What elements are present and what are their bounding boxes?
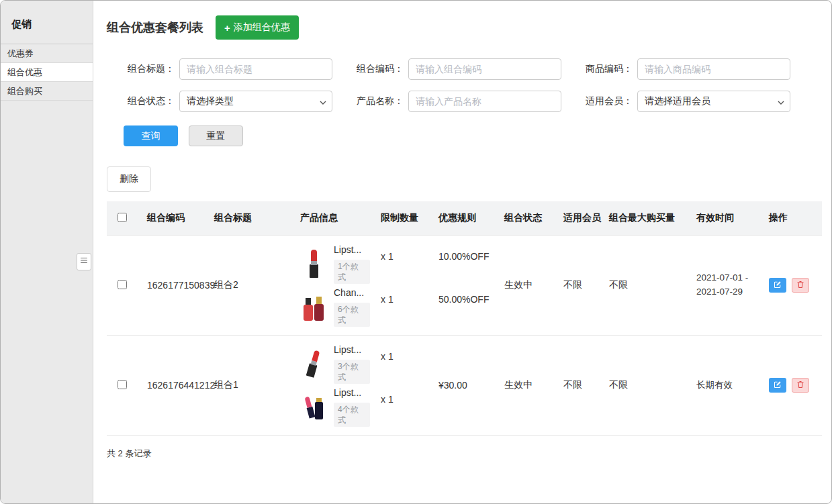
product-image-cosmetics-set bbox=[300, 389, 327, 425]
combo-status-select-value: 请选择类型 bbox=[187, 95, 234, 107]
combo-status-label: 组合状态： bbox=[124, 95, 175, 107]
combo-title-input[interactable] bbox=[179, 58, 332, 80]
table-toolbar: 删除 bbox=[107, 166, 821, 192]
valid-time-line1: 长期有效 bbox=[696, 379, 758, 393]
combo-status-cell: 生效中 bbox=[499, 236, 558, 336]
delete-selected-button[interactable]: 删除 bbox=[107, 166, 151, 192]
add-combo-discount-button[interactable]: + 添加组合优惠 bbox=[216, 15, 299, 40]
limit-qty: x 1 bbox=[381, 342, 428, 385]
style-count-tag: 4个款式 bbox=[334, 403, 370, 427]
header-limit-qty: 限制数量 bbox=[375, 201, 433, 236]
select-all-checkbox[interactable] bbox=[118, 213, 127, 222]
max-purchase-cell: 不限 bbox=[604, 336, 691, 436]
combo-code-cell: 1626176441212 bbox=[142, 336, 209, 436]
sidebar-item-combo-discount[interactable]: 组合优惠 bbox=[1, 63, 93, 82]
product-code-input[interactable] bbox=[637, 58, 790, 80]
actions-cell bbox=[764, 336, 822, 436]
limit-qty-cell: x 1 x 1 bbox=[375, 236, 433, 336]
style-count-tag: 1个款式 bbox=[334, 260, 370, 284]
table-header-row: 组合编码 组合标题 产品信息 限制数量 优惠规则 组合状态 适用会员 组合最大购… bbox=[107, 201, 822, 236]
record-count: 共 2 条记录 bbox=[107, 448, 821, 480]
actions-cell bbox=[764, 236, 822, 336]
member-type-select-value: 请选择适用会员 bbox=[645, 95, 710, 107]
product-code-label: 商品编码： bbox=[582, 63, 633, 75]
filter-grid: 组合标题： 组合编码： 商品编码： 组合状态： 请选择类型 bbox=[124, 58, 821, 112]
trash-icon bbox=[796, 381, 804, 391]
combo-status-select[interactable]: 请选择类型 bbox=[179, 91, 332, 112]
member-cell: 不限 bbox=[558, 336, 604, 436]
field-product-name: 产品名称： bbox=[353, 91, 561, 112]
table-row: 1626176441212 组合1 bbox=[107, 336, 822, 436]
add-button-label: 添加组合优惠 bbox=[234, 21, 290, 34]
product-name: Chan... bbox=[334, 287, 370, 299]
product-name: Lipst... bbox=[334, 387, 370, 399]
search-button[interactable]: 查询 bbox=[124, 125, 178, 146]
header-discount-rule: 优惠规则 bbox=[433, 201, 499, 236]
header-combo-title: 组合标题 bbox=[209, 201, 295, 236]
valid-time-cell: 长期有效 bbox=[691, 336, 764, 436]
discount-rule: 50.00%OFF bbox=[438, 285, 494, 328]
row-checkbox[interactable] bbox=[118, 280, 127, 289]
limit-qty: x 1 bbox=[381, 385, 428, 428]
member-type-label: 适用会员： bbox=[582, 95, 633, 107]
chevron-down-icon bbox=[778, 96, 784, 107]
row-checkbox[interactable] bbox=[118, 380, 127, 389]
field-combo-title: 组合标题： bbox=[124, 58, 332, 80]
row-delete-button[interactable] bbox=[792, 278, 809, 293]
product-entry: Lipst... 1个款式 bbox=[300, 242, 370, 285]
discount-rule-cell: 10.00%OFF 50.00%OFF bbox=[433, 236, 499, 336]
combo-status-cell: 生效中 bbox=[499, 336, 558, 436]
limit-qty-cell: x 1 x 1 bbox=[375, 336, 433, 436]
reset-button[interactable]: 重置 bbox=[189, 125, 243, 146]
plus-icon: + bbox=[224, 23, 230, 33]
member-cell: 不限 bbox=[558, 236, 604, 336]
edit-pencil-icon bbox=[774, 381, 782, 391]
field-combo-status: 组合状态： 请选择类型 bbox=[124, 91, 332, 112]
product-image-lipstick-tilted bbox=[300, 346, 327, 382]
header-actions: 操作 bbox=[764, 201, 822, 236]
edit-button[interactable] bbox=[769, 378, 786, 393]
valid-time-line1: 2021-07-01 - bbox=[696, 271, 758, 285]
product-entry: Chan... 6个款式 bbox=[300, 285, 370, 328]
edit-pencil-icon bbox=[774, 281, 782, 291]
sidebar-collapse-toggle[interactable] bbox=[77, 253, 91, 270]
menu-fold-icon bbox=[79, 256, 89, 268]
combo-title-label: 组合标题： bbox=[124, 63, 175, 75]
valid-time-line2: 2021-07-29 bbox=[696, 285, 758, 299]
header-combo-status: 组合状态 bbox=[499, 201, 558, 236]
product-info-cell: Lipst... 3个款式 bbox=[295, 336, 375, 436]
combo-code-cell: 1626177150839 bbox=[142, 236, 209, 336]
app-window: 促销 优惠券 组合优惠 组合购买 组合优惠套餐列表 + 添加组合优惠 组合标题： bbox=[0, 0, 832, 504]
sidebar-item-combo-purchase[interactable]: 组合购买 bbox=[1, 82, 93, 101]
combo-code-input[interactable] bbox=[408, 58, 561, 80]
product-name: Lipst... bbox=[334, 244, 370, 256]
header-product-info: 产品信息 bbox=[295, 201, 375, 236]
combo-title-cell: 组合1 bbox=[209, 336, 295, 436]
combo-title-cell: 组合2 bbox=[209, 236, 295, 336]
page-header: 组合优惠套餐列表 + 添加组合优惠 bbox=[107, 15, 821, 40]
chevron-down-icon bbox=[320, 96, 326, 107]
discount-rule-cell: ¥30.00 bbox=[433, 336, 499, 436]
header-combo-code: 组合编码 bbox=[142, 201, 209, 236]
main-content: 组合优惠套餐列表 + 添加组合优惠 组合标题： 组合编码： 商品编码： bbox=[93, 1, 831, 503]
max-purchase-cell: 不限 bbox=[604, 236, 691, 336]
style-count-tag: 3个款式 bbox=[334, 360, 370, 384]
field-product-code: 商品编码： bbox=[582, 58, 790, 80]
discount-rule: 10.00%OFF bbox=[438, 242, 494, 285]
style-count-tag: 6个款式 bbox=[334, 303, 370, 327]
limit-qty: x 1 bbox=[381, 242, 428, 285]
trash-icon bbox=[796, 281, 804, 291]
header-max-purchase: 组合最大购买量 bbox=[604, 201, 691, 236]
field-combo-code: 组合编码： bbox=[353, 58, 561, 80]
product-name-input[interactable] bbox=[408, 91, 561, 112]
sidebar-nav: 优惠券 组合优惠 组合购买 bbox=[1, 44, 93, 101]
row-delete-button[interactable] bbox=[792, 378, 809, 393]
sidebar: 促销 优惠券 组合优惠 组合购买 bbox=[1, 1, 93, 503]
limit-qty: x 1 bbox=[381, 285, 428, 328]
product-name: Lipst... bbox=[334, 344, 370, 356]
member-type-select[interactable]: 请选择适用会员 bbox=[637, 91, 790, 112]
table-row: 1626177150839 组合2 bbox=[107, 236, 822, 336]
field-member-type: 适用会员： 请选择适用会员 bbox=[582, 91, 790, 112]
sidebar-item-coupon[interactable]: 优惠券 bbox=[1, 44, 93, 63]
edit-button[interactable] bbox=[769, 278, 786, 293]
